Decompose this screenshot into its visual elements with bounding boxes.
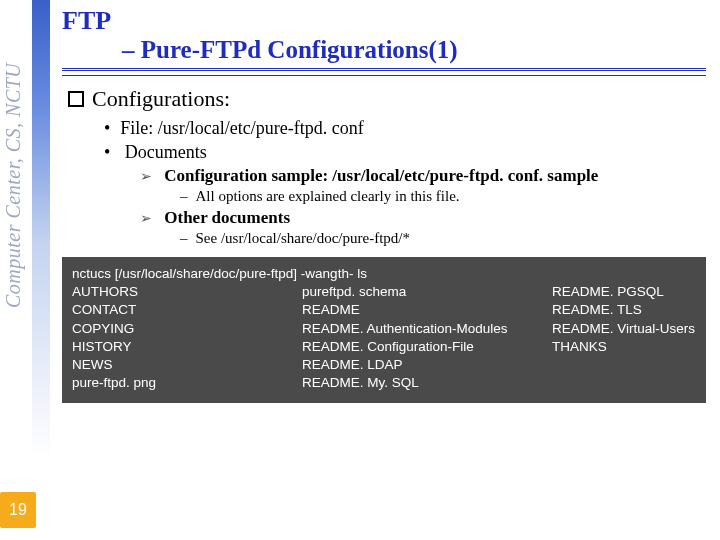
bullet-documents: Documents Configuration sample: /usr/loc…: [104, 142, 706, 247]
terminal-cell: HISTORY: [72, 338, 302, 356]
terminal-cell: README: [302, 301, 552, 319]
terminal-prompt: nctucs [/usr/local/share/doc/pure-ftpd] …: [72, 265, 696, 283]
terminal-cell: README. Virtual-Users: [552, 320, 695, 338]
page-number-badge: 19: [0, 492, 36, 528]
bullet-other-docs-text: Other documents: [164, 208, 290, 227]
terminal-cell: THANKS: [552, 338, 607, 356]
title-divider: [62, 68, 706, 76]
terminal-row: pure-ftpd. png README. My. SQL: [72, 374, 696, 392]
terminal-row: COPYING README. Authentication-Modules R…: [72, 320, 696, 338]
terminal-cell: AUTHORS: [72, 283, 302, 301]
terminal-row: CONTACT README README. TLS: [72, 301, 696, 319]
terminal-output: nctucs [/usr/local/share/doc/pure-ftpd] …: [62, 257, 706, 403]
terminal-cell: README. My. SQL: [302, 374, 552, 392]
terminal-cell: NEWS: [72, 356, 302, 374]
bullet-list-level1: File: /usr/local/etc/pure-ftpd. conf Doc…: [104, 118, 706, 247]
terminal-cell: CONTACT: [72, 301, 302, 319]
bullet-config-sample-sub: All options are explained clearly in thi…: [180, 188, 706, 205]
section-heading: Configurations:: [68, 86, 706, 112]
terminal-cell: README. LDAP: [302, 356, 552, 374]
gradient-strip: [32, 0, 50, 540]
terminal-cell: README. TLS: [552, 301, 642, 319]
terminal-cell: COPYING: [72, 320, 302, 338]
terminal-cell: pure-ftpd. png: [72, 374, 302, 392]
section-heading-text: Configurations:: [92, 86, 230, 111]
bullet-list-level3b: See /usr/local/share/doc/pure-ftpd/*: [180, 230, 706, 247]
title-line2: – Pure-FTPd Configurations(1): [122, 36, 706, 64]
terminal-row: NEWS README. LDAP: [72, 356, 696, 374]
slide-content: FTP – Pure-FTPd Configurations(1) Config…: [62, 6, 706, 403]
terminal-cell: README. PGSQL: [552, 283, 664, 301]
terminal-row: HISTORY README. Configuration-File THANK…: [72, 338, 696, 356]
terminal-row: AUTHORS pureftpd. schema README. PGSQL: [72, 283, 696, 301]
square-bullet-icon: [68, 91, 84, 107]
bullet-other-docs: Other documents See /usr/local/share/doc…: [140, 208, 706, 247]
bullet-config-sample-text: Configuration sample: /usr/local/etc/pur…: [164, 166, 598, 185]
terminal-cell: pureftpd. schema: [302, 283, 552, 301]
terminal-cell: README. Authentication-Modules: [302, 320, 552, 338]
bullet-list-level3a: All options are explained clearly in thi…: [180, 188, 706, 205]
bullet-file: File: /usr/local/etc/pure-ftpd. conf: [104, 118, 706, 139]
bullet-config-sample: Configuration sample: /usr/local/etc/pur…: [140, 166, 706, 205]
bullet-list-level2: Configuration sample: /usr/local/etc/pur…: [140, 166, 706, 247]
title-line1: FTP: [62, 6, 706, 36]
sidebar-label: Computer Center, CS, NCTU: [2, 8, 30, 308]
terminal-cell: README. Configuration-File: [302, 338, 552, 356]
bullet-other-docs-sub: See /usr/local/share/doc/pure-ftpd/*: [180, 230, 706, 247]
bullet-documents-text: Documents: [125, 142, 207, 162]
